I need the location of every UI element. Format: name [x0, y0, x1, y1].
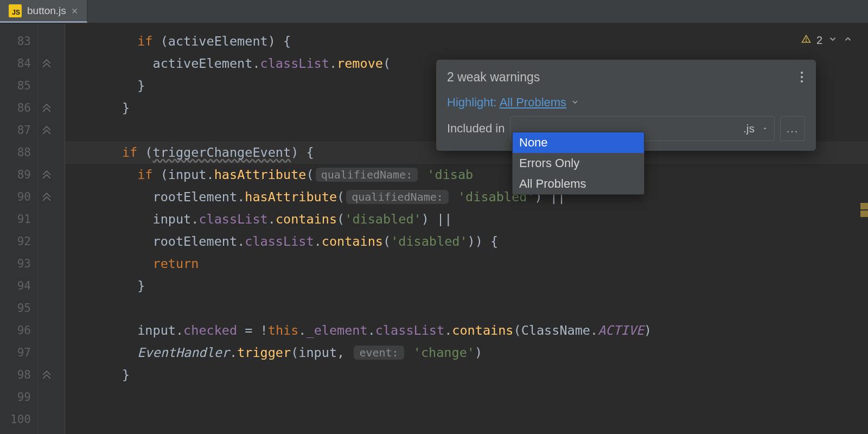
line-number: 87: [0, 119, 37, 142]
line-number: 93: [0, 253, 37, 275]
dropdown-option[interactable]: Errors Only: [513, 153, 644, 174]
tab-title: button.js: [27, 5, 66, 17]
highlight-dropdown[interactable]: Highlight: All Problems: [447, 95, 566, 110]
highlight-value: All Problems: [500, 95, 566, 109]
highlight-dropdown-list[interactable]: NoneErrors OnlyAll Problems: [512, 132, 644, 195]
dropdown-option[interactable]: All Problems: [513, 174, 644, 194]
chevron-down-icon: [761, 122, 769, 135]
inlay-hint: qualifiedName:: [346, 190, 449, 204]
fold-gutter: [38, 24, 65, 434]
warning-marker[interactable]: [860, 203, 868, 209]
line-number: 85: [0, 75, 37, 97]
chevron-down-icon[interactable]: [828, 29, 838, 52]
code-line[interactable]: [65, 297, 868, 320]
line-number: 90: [0, 186, 37, 208]
kebab-menu-icon[interactable]: [799, 69, 805, 85]
line-number: 91: [0, 208, 37, 231]
included-in-label: Included in: [447, 122, 505, 136]
line-number: 86: [0, 97, 37, 119]
code-line[interactable]: input.classList.contains('disabled') ||: [65, 208, 868, 231]
dropdown-option[interactable]: None: [513, 132, 644, 153]
code-line[interactable]: if (input.hasAttribute(qualifiedName: 'd…: [65, 164, 868, 186]
code-line[interactable]: input.checked = !this._element.classList…: [65, 320, 868, 342]
editor-tab-active[interactable]: JS button.js ×: [0, 0, 87, 23]
code-line[interactable]: [65, 386, 868, 409]
popup-title: 2 weak warnings: [447, 70, 540, 85]
line-number: 84: [0, 53, 37, 75]
inlay-hint: qualifiedName:: [316, 168, 418, 182]
line-number: 99: [0, 386, 37, 409]
code-line[interactable]: rootElement.hasAttribute(qualifiedName: …: [65, 186, 868, 208]
line-number: 98: [0, 364, 37, 386]
line-number: 96: [0, 320, 37, 342]
code-line[interactable]: }: [65, 364, 868, 386]
line-number: 88: [0, 142, 37, 164]
line-number: 89: [0, 164, 37, 186]
close-icon[interactable]: ×: [72, 5, 78, 16]
line-number: 94: [0, 275, 37, 297]
scope-file-suffix: .js: [743, 122, 755, 135]
code-line[interactable]: EventHandler.trigger(input, event: 'chan…: [65, 342, 868, 364]
fold-toggle-icon[interactable]: [42, 170, 51, 179]
line-number-gutter: 8384858687888990919293949596979899100: [0, 24, 38, 434]
problems-count: 2: [816, 29, 822, 52]
line-number: 95: [0, 297, 37, 320]
fold-toggle-icon[interactable]: [42, 104, 51, 112]
line-number: 97: [0, 342, 37, 364]
warning-marker[interactable]: [860, 210, 868, 217]
line-number: 100: [0, 409, 37, 431]
fold-toggle-icon[interactable]: [42, 126, 51, 135]
js-file-icon: JS: [9, 4, 22, 17]
line-number: 83: [0, 30, 37, 53]
editor-tab-bar: JS button.js ×: [0, 0, 868, 24]
highlight-label: Highlight:: [447, 95, 497, 109]
fold-toggle-icon[interactable]: [42, 193, 51, 201]
svg-point-1: [806, 41, 806, 41]
code-line[interactable]: return: [65, 253, 868, 275]
fold-toggle-icon[interactable]: [42, 371, 51, 379]
warning-icon: [801, 29, 811, 52]
chevron-up-icon[interactable]: [843, 29, 853, 52]
fold-toggle-icon[interactable]: [42, 59, 51, 68]
inlay-hint: event:: [354, 346, 404, 360]
code-line[interactable]: if (activeElement) {: [65, 30, 868, 53]
error-stripe[interactable]: [860, 24, 868, 434]
browse-button[interactable]: ...: [780, 116, 805, 141]
problems-widget[interactable]: 2: [801, 29, 853, 52]
code-line[interactable]: rootElement.classList.contains('disabled…: [65, 231, 868, 253]
line-number: 92: [0, 231, 37, 253]
chevron-down-icon[interactable]: [571, 95, 579, 110]
code-line[interactable]: }: [65, 275, 868, 297]
